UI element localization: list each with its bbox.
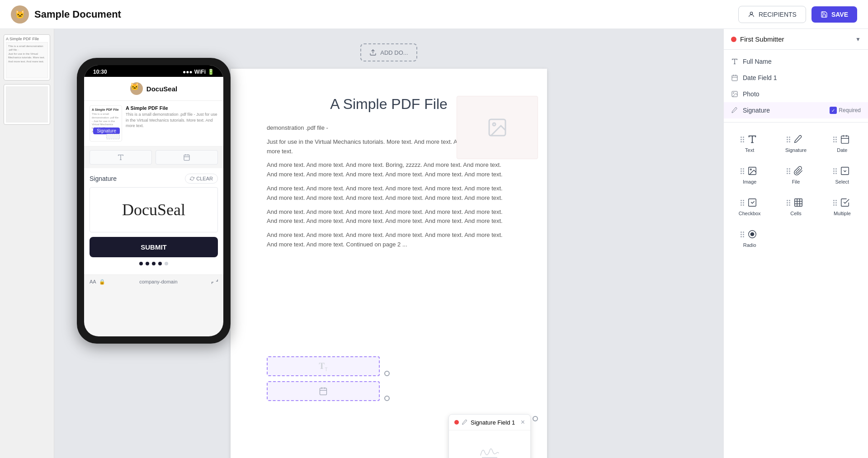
page-thumbnail-2[interactable] [4,84,50,125]
document-page: A Simple PDF File demonstration .pdf fil… [231,69,547,458]
thumbnail-sidebar: A Simple PDF File This is a small demons… [0,29,54,458]
field-item-date[interactable]: Date Field 1 [724,70,868,86]
phone-text-field[interactable] [90,150,152,165]
phone-field-row [84,146,223,168]
phone-date-field[interactable] [156,150,218,165]
drag-handle[interactable] [787,137,790,142]
field-required-indicator: ✓ Required [830,107,861,114]
svg-point-3 [493,123,495,126]
save-icon [821,11,828,18]
checkbox-type-label: Checkbox [739,211,761,216]
drag-handle[interactable] [833,200,837,206]
doc-para-3: And more text. And more text. And more t… [267,184,511,203]
text-field-icon: 𝐓T [319,361,327,372]
field-type-cells[interactable]: Cells [774,191,818,221]
field-list: Full Name Date Field 1 Photo Signature ✓… [724,50,868,123]
drag-handle[interactable] [741,231,744,237]
image-field-panel-icon [731,90,738,98]
field-type-checkbox[interactable]: Checkbox [727,191,772,221]
phone-frame: 10:30 ●●● WiFi 🔋 🐱 DocuSeal [77,58,231,344]
drag-handle[interactable] [833,137,837,142]
field-type-signature[interactable]: Signature [774,128,818,158]
field-resize-handle[interactable] [384,371,390,376]
field-label-photo: Photo [743,90,861,98]
drag-handle[interactable] [787,168,790,174]
recipients-button[interactable]: RECIPIENTS [738,6,806,23]
page-thumbnail-1[interactable]: A Simple PDF File This is a small demons… [4,34,50,80]
required-checkbox[interactable]: ✓ [830,107,837,114]
file-type-icon [792,165,805,177]
field-label-full-name: Full Name [743,58,861,65]
add-document-button[interactable]: ADD DO... [360,43,417,61]
main-layout: A Simple PDF File This is a small demons… [0,29,868,458]
upload-icon [369,49,377,56]
doc-para-4: And more text. And more text. And more t… [267,208,511,227]
phone-signature-canvas[interactable]: DocuSeal [90,187,218,232]
phone-doc-thumbnail: A Simple PDF File This is a small demons… [90,105,122,142]
text-type-icon [746,133,759,146]
phone-sig-title: Signature [90,175,117,182]
drag-handle[interactable] [833,168,837,174]
drag-handle[interactable] [741,168,744,174]
submitter-header: First Submitter ▼ [724,29,868,50]
phone-sig-tag: Signature [93,127,120,134]
field-item-full-name[interactable]: Full Name [724,53,868,70]
radio-type-label: Radio [743,242,756,248]
drag-handle[interactable] [741,200,744,206]
signature-type-icon [792,133,805,146]
svg-point-24 [750,169,752,170]
phone-clear-button[interactable]: CLEAR [185,174,218,184]
select-type-icon [839,165,851,177]
phone-dots-indicator [90,262,218,265]
phone-status-icons: ●●● WiFi 🔋 [183,69,214,75]
drag-handle[interactable] [741,137,744,142]
svg-rect-26 [749,199,756,207]
doc-para-2: And more text. And more text. And more t… [267,161,511,179]
doc-para-5: And more text. And more text. And more t… [267,231,511,250]
date-field-icon [319,387,328,396]
save-button[interactable]: SAVE [811,6,857,23]
file-type-label: File [792,179,800,184]
sig-field-close-button[interactable]: × [521,418,525,426]
phone-sig-header: Signature CLEAR [90,174,218,184]
image-field-placeholder[interactable] [457,96,538,159]
app-header: 🐱 Sample Document RECIPIENTS SAVE [0,0,868,29]
submitter-chevron-icon[interactable]: ▼ [855,36,861,42]
field-item-photo[interactable]: Photo [724,86,868,102]
field-type-date[interactable]: Date [820,128,864,158]
signature-field-icon [462,419,468,425]
field-resize-handle-2[interactable] [384,396,390,401]
phone-screen: 10:30 ●●● WiFi 🔋 🐱 DocuSeal [84,65,223,336]
sig-field-resize-handle[interactable] [533,416,538,421]
field-type-image[interactable]: Image [727,160,772,189]
field-type-text[interactable]: Text [727,128,772,158]
field-type-radio[interactable]: Radio [727,223,772,253]
cells-type-label: Cells [790,211,801,216]
field-type-select[interactable]: Select [820,160,864,189]
svg-point-0 [750,12,752,14]
multiple-type-label: Multiple [834,211,851,216]
refresh-icon [190,176,194,181]
header-right: RECIPIENTS SAVE [738,6,857,23]
phone-signature-section: Signature CLEAR DocuSeal SUBMIT [84,168,223,274]
svg-rect-9 [184,155,189,161]
text-field-overlay[interactable]: 𝐓T [267,356,380,376]
refresh-icon-small [212,279,218,285]
document-area: ADD DO... A Simple PDF File demonstratio… [54,29,723,458]
signature-field-popup: Signature Field 1 × [448,414,531,458]
avatar: 🐱 [11,5,29,24]
text-field-icon [731,58,738,65]
field-item-signature[interactable]: Signature ✓ Required [724,102,868,118]
sig-field-dot [454,420,459,425]
phone-doc-text: This is a small demonstration .pdf file … [126,112,218,129]
document-title: Sample Document [34,9,121,20]
phone-submit-button[interactable]: SUBMIT [90,237,218,257]
phone-domain: company-domain [139,279,177,284]
field-type-multiple[interactable]: Multiple [820,191,864,221]
date-field-overlay[interactable] [267,381,380,401]
signature-field-popup-container: Signature Field 1 × [448,414,538,421]
phone-doc-info: A Simple PDF File This is a small demons… [126,105,218,129]
drag-handle[interactable] [787,200,790,206]
mobile-preview-overlay: 10:30 ●●● WiFi 🔋 🐱 DocuSeal [77,58,231,344]
field-type-file[interactable]: File [774,160,818,189]
